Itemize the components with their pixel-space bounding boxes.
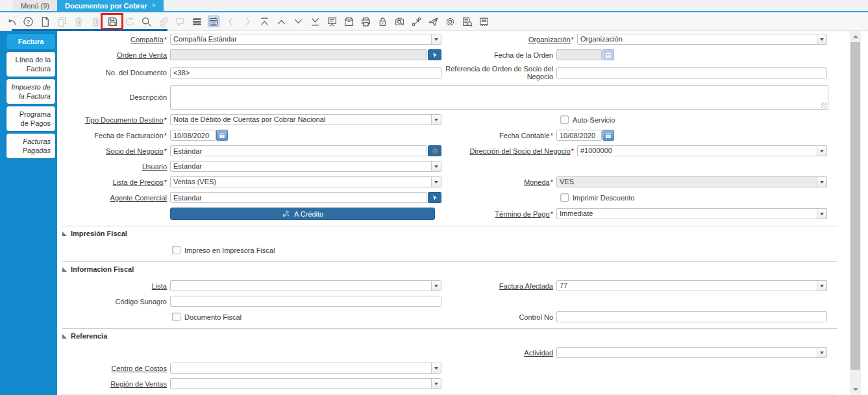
chevron-down-icon[interactable] <box>431 363 441 373</box>
chevron-down-icon[interactable] <box>431 177 441 187</box>
last-record-button[interactable] <box>309 16 321 27</box>
grid-toggle-button[interactable] <box>191 16 203 27</box>
centro-de-costos-label[interactable]: Centro de Costos <box>111 365 167 372</box>
usuario-label[interactable]: Usuario <box>142 163 167 171</box>
sidebar-tab-linea-de-la-factura[interactable]: Línea de la Factura <box>6 52 55 77</box>
next-record-button[interactable] <box>292 16 304 27</box>
termino-de-pago-label[interactable]: Término de Pago <box>495 210 549 218</box>
scrollbar-up-arrow[interactable] <box>850 32 861 41</box>
compania-label[interactable]: Compañía <box>130 36 164 43</box>
moneda-field[interactable]: VES <box>556 176 827 187</box>
impreso-impresora-checkbox[interactable] <box>172 246 180 254</box>
preferences-button[interactable] <box>444 16 456 27</box>
chevron-down-icon[interactable] <box>431 281 441 291</box>
chevron-down-icon[interactable] <box>817 281 826 291</box>
request-button[interactable] <box>427 16 439 27</box>
documento-fiscal-checkbox[interactable] <box>172 313 180 321</box>
tab-documentos-por-cobrar[interactable]: Documentos por Cobrar × <box>57 0 164 11</box>
control-no-field[interactable] <box>556 311 827 322</box>
resize-grip-icon[interactable] <box>821 102 827 108</box>
save-button[interactable] <box>106 16 118 27</box>
region-de-ventas-label[interactable]: Región de Ventas <box>110 380 167 388</box>
tipo-documento-destino-label[interactable]: Tipo Documento Destino <box>85 116 164 124</box>
sidebar-tab-impuesto-de-la-factura[interactable]: Impuesto de la Factura <box>6 79 55 104</box>
collapse-triangle-icon[interactable] <box>62 334 67 339</box>
chevron-down-icon[interactable] <box>431 34 441 44</box>
section-impresion-fiscal[interactable]: Impresión Fiscal <box>62 226 837 240</box>
lista-de-precios-label[interactable]: Lista de Precios <box>112 178 163 186</box>
codigo-sunagro-field[interactable] <box>170 296 441 307</box>
sidebar-tab-factura[interactable]: Factura <box>6 34 55 49</box>
fecha-contable-calendar-button[interactable] <box>602 130 614 141</box>
compania-field[interactable]: Compañía Estándar <box>170 34 441 45</box>
section-referencia[interactable]: Referencia <box>62 328 837 342</box>
fecha-de-facturacion-calendar-button[interactable] <box>216 130 228 141</box>
chevron-down-icon[interactable] <box>431 115 441 125</box>
referencia-orden-field[interactable] <box>556 67 827 78</box>
collapse-triangle-icon[interactable] <box>62 232 67 236</box>
chevron-down-icon[interactable] <box>817 177 826 187</box>
centro-de-costos-field[interactable] <box>170 363 441 374</box>
product-info-button[interactable] <box>461 16 473 27</box>
direccion-socio-label[interactable]: Dirección del Socio del Negocio <box>469 147 570 155</box>
lock-button[interactable] <box>377 16 388 27</box>
workflow-button[interactable] <box>410 16 422 27</box>
previous-record-button[interactable] <box>275 16 287 27</box>
print-button[interactable] <box>360 16 371 27</box>
tipo-documento-destino-field[interactable]: Nota de Débito de Cuentas por Cobrar Nac… <box>170 114 441 125</box>
agente-comercial-label[interactable]: Agente Comercial <box>110 194 167 202</box>
direccion-socio-field[interactable]: #1000000 <box>577 145 827 156</box>
scrollbar-down-arrow[interactable] <box>850 385 861 394</box>
imprimir-descuento-checkbox[interactable] <box>560 193 569 202</box>
tab-menu[interactable]: Menú (9) <box>13 0 57 11</box>
fecha-de-facturacion-field[interactable] <box>170 130 216 141</box>
lista-de-precios-field[interactable]: Ventas (VES) <box>170 176 441 187</box>
socio-del-negocio-label[interactable]: Socio del Negocio <box>106 147 164 155</box>
socio-del-negocio-field[interactable] <box>170 145 427 156</box>
actividad-label[interactable]: Actividad <box>524 349 553 357</box>
close-tab-icon[interactable]: × <box>152 2 156 9</box>
auto-servicio-checkbox[interactable] <box>560 115 569 124</box>
lista-label[interactable]: Lista <box>152 282 167 290</box>
factura-afectada-field[interactable]: 77 <box>556 280 827 291</box>
descripcion-field[interactable] <box>170 85 828 110</box>
usuario-field[interactable]: Estandar <box>170 161 441 172</box>
chevron-down-icon[interactable] <box>817 34 826 44</box>
undo-button[interactable] <box>5 16 17 27</box>
zoom-across-button[interactable] <box>393 16 405 27</box>
chevron-down-icon[interactable] <box>431 162 441 171</box>
termino-de-pago-field[interactable]: Immediate <box>556 208 827 219</box>
report-button[interactable] <box>326 16 338 27</box>
calendar-button[interactable]: 31 <box>208 16 219 27</box>
lista-field[interactable] <box>170 280 441 291</box>
actividad-field[interactable] <box>556 347 827 358</box>
agente-comercial-field[interactable] <box>170 192 427 203</box>
socio-del-negocio-search-button[interactable] <box>428 145 441 156</box>
factura-afectada-label[interactable]: Factura Afectada <box>499 282 553 290</box>
no-del-documento-field[interactable] <box>170 67 441 78</box>
chevron-down-icon[interactable] <box>431 379 441 389</box>
a-credito-button[interactable]: A Crédito <box>170 208 435 220</box>
section-informacion-fiscal[interactable]: Informacion Fiscal <box>62 261 837 276</box>
moneda-label[interactable]: Moneda <box>524 178 550 186</box>
help-window-button[interactable] <box>478 16 490 27</box>
organizacion-field[interactable]: Organización <box>577 34 827 45</box>
agente-comercial-search-button[interactable] <box>428 192 441 203</box>
sidebar-tab-facturas-pagadas[interactable]: Facturas Pagadas <box>6 134 55 158</box>
chevron-down-icon[interactable] <box>817 209 826 219</box>
collapse-triangle-icon[interactable] <box>62 267 67 272</box>
chevron-down-icon[interactable] <box>817 146 826 156</box>
orden-de-venta-label[interactable]: Orden de Venta <box>117 51 167 59</box>
scrollbar-thumb[interactable] <box>850 42 860 370</box>
chevron-down-icon[interactable] <box>817 348 826 357</box>
new-record-button[interactable] <box>39 16 51 27</box>
sidebar-tab-programa-de-pagos[interactable]: Programa de Pagos <box>6 106 55 131</box>
help-button[interactable]: ? <box>22 16 34 27</box>
archive-button[interactable] <box>343 16 354 27</box>
find-button[interactable] <box>140 16 152 27</box>
region-de-ventas-field[interactable] <box>170 378 441 389</box>
orden-de-venta-search-button[interactable] <box>428 49 441 60</box>
vertical-scrollbar[interactable] <box>850 31 861 395</box>
first-record-button[interactable] <box>258 16 270 27</box>
fecha-contable-field[interactable] <box>556 130 602 141</box>
